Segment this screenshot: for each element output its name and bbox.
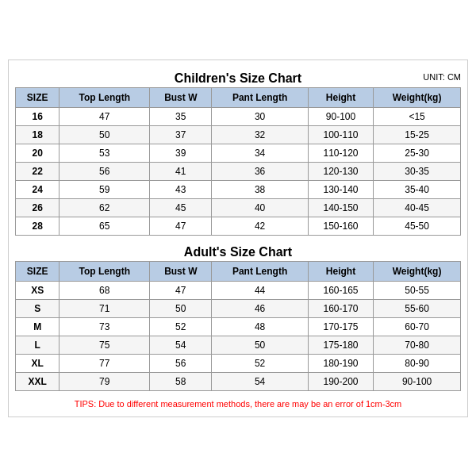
adults-cell: 58 xyxy=(150,372,212,390)
children-cell: 38 xyxy=(212,180,309,198)
children-cell: 120-130 xyxy=(308,162,373,180)
adults-cell: 55-60 xyxy=(374,299,461,317)
adults-cell: 68 xyxy=(60,281,150,299)
adults-cell: S xyxy=(16,299,60,317)
children-table-row: 28654742150-16045-50 xyxy=(16,217,461,235)
children-cell: 40 xyxy=(212,198,309,217)
size-chart-container: Children's Size Chart UNIT: CM SIZE Top … xyxy=(8,60,468,417)
children-size-table: SIZE Top Length Bust W Pant Length Heigh… xyxy=(15,87,461,236)
adults-chart-title: Adult's Size Chart xyxy=(15,240,461,261)
children-cell: 100-110 xyxy=(308,125,373,144)
children-cell: 15-25 xyxy=(374,125,461,144)
children-cell: 22 xyxy=(16,162,60,180)
children-cell: 50 xyxy=(60,125,150,144)
adults-cell: 75 xyxy=(60,336,150,354)
children-table-row: 20533934110-12025-30 xyxy=(16,144,461,162)
children-cell: 30 xyxy=(212,107,309,125)
adults-cell: 160-165 xyxy=(308,281,373,299)
children-cell: 24 xyxy=(16,180,60,198)
adults-table-row: M735248170-17560-70 xyxy=(16,317,461,336)
children-col-weight: Weight(kg) xyxy=(374,87,461,107)
children-cell: 41 xyxy=(150,162,212,180)
children-cell: 42 xyxy=(212,217,309,235)
adults-table-row: XS684744160-16550-55 xyxy=(16,281,461,299)
adults-cell: 180-190 xyxy=(308,354,373,372)
children-cell: 43 xyxy=(150,180,212,198)
adults-col-weight: Weight(kg) xyxy=(374,261,461,281)
adults-cell: 175-180 xyxy=(308,336,373,354)
adults-cell: XS xyxy=(16,281,60,299)
adults-cell: 79 xyxy=(60,372,150,390)
children-table-row: 26624540140-15040-45 xyxy=(16,198,461,217)
children-cell: <15 xyxy=(374,107,461,125)
adults-cell: 52 xyxy=(212,354,309,372)
children-cell: 36 xyxy=(212,162,309,180)
children-cell: 130-140 xyxy=(308,180,373,198)
adults-col-pant: Pant Length xyxy=(212,261,309,281)
adults-table-row: XXL795854190-20090-100 xyxy=(16,372,461,390)
children-cell: 30-35 xyxy=(374,162,461,180)
children-col-bust: Bust W xyxy=(150,87,212,107)
children-cell: 28 xyxy=(16,217,60,235)
children-cell: 62 xyxy=(60,198,150,217)
children-cell: 90-100 xyxy=(308,107,373,125)
adults-cell: 77 xyxy=(60,354,150,372)
adults-cell: XL xyxy=(16,354,60,372)
adults-cell: 73 xyxy=(60,317,150,336)
adults-cell: M xyxy=(16,317,60,336)
adults-table-row: L755450175-18070-80 xyxy=(16,336,461,354)
children-cell: 34 xyxy=(212,144,309,162)
children-cell: 53 xyxy=(60,144,150,162)
adults-cell: 190-200 xyxy=(308,372,373,390)
adults-cell: 48 xyxy=(212,317,309,336)
adults-cell: L xyxy=(16,336,60,354)
children-header-row: SIZE Top Length Bust W Pant Length Heigh… xyxy=(16,87,461,107)
adults-cell: 60-70 xyxy=(374,317,461,336)
children-cell: 37 xyxy=(150,125,212,144)
children-cell: 59 xyxy=(60,180,150,198)
unit-label: UNIT: CM xyxy=(423,72,461,82)
children-cell: 56 xyxy=(60,162,150,180)
children-cell: 35 xyxy=(150,107,212,125)
adults-table-row: XL775652180-19080-90 xyxy=(16,354,461,372)
adults-cell: 46 xyxy=(212,299,309,317)
children-cell: 20 xyxy=(16,144,60,162)
children-cell: 39 xyxy=(150,144,212,162)
children-table-row: 18503732100-11015-25 xyxy=(16,125,461,144)
children-cell: 47 xyxy=(60,107,150,125)
children-cell: 18 xyxy=(16,125,60,144)
adults-cell: 54 xyxy=(212,372,309,390)
children-cell: 65 xyxy=(60,217,150,235)
adults-cell: 54 xyxy=(150,336,212,354)
children-cell: 26 xyxy=(16,198,60,217)
adults-cell: 52 xyxy=(150,317,212,336)
children-cell: 45-50 xyxy=(374,217,461,235)
children-table-row: 22564136120-13030-35 xyxy=(16,162,461,180)
children-cell: 45 xyxy=(150,198,212,217)
children-table-row: 24594338130-14035-40 xyxy=(16,180,461,198)
children-cell: 16 xyxy=(16,107,60,125)
adults-cell: 50-55 xyxy=(374,281,461,299)
adults-table-row: S715046160-17055-60 xyxy=(16,299,461,317)
adults-col-bust: Bust W xyxy=(150,261,212,281)
adults-cell: 160-170 xyxy=(308,299,373,317)
children-cell: 32 xyxy=(212,125,309,144)
adults-cell: 44 xyxy=(212,281,309,299)
children-col-pant: Pant Length xyxy=(212,87,309,107)
adults-cell: 170-175 xyxy=(308,317,373,336)
adults-cell: 90-100 xyxy=(374,372,461,390)
adults-cell: 47 xyxy=(150,281,212,299)
adults-cell: 56 xyxy=(150,354,212,372)
adults-cell: 71 xyxy=(60,299,150,317)
adults-size-table: SIZE Top Length Bust W Pant Length Heigh… xyxy=(15,261,461,391)
children-cell: 110-120 xyxy=(308,144,373,162)
tips-text: TIPS: Due to different measurement metho… xyxy=(15,396,461,410)
adults-cell: 50 xyxy=(212,336,309,354)
adults-cell: XXL xyxy=(16,372,60,390)
children-cell: 150-160 xyxy=(308,217,373,235)
adults-cell: 80-90 xyxy=(374,354,461,372)
children-cell: 40-45 xyxy=(374,198,461,217)
adults-title-text: Adult's Size Chart xyxy=(184,245,292,259)
children-title-text: Children's Size Chart xyxy=(175,71,301,85)
adults-col-size: SIZE xyxy=(16,261,60,281)
